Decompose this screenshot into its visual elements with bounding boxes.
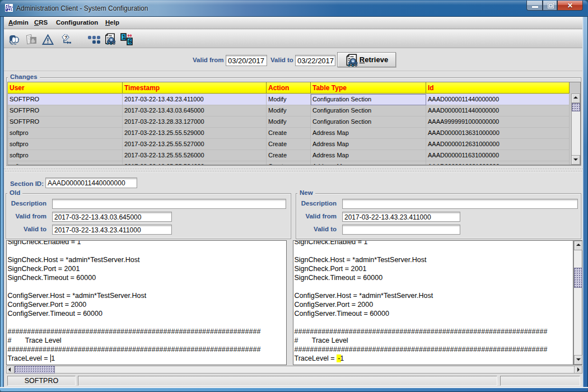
svg-text:1: 1 xyxy=(122,34,125,40)
svg-text:?: ? xyxy=(64,35,68,40)
svg-text:6: 6 xyxy=(128,38,132,45)
